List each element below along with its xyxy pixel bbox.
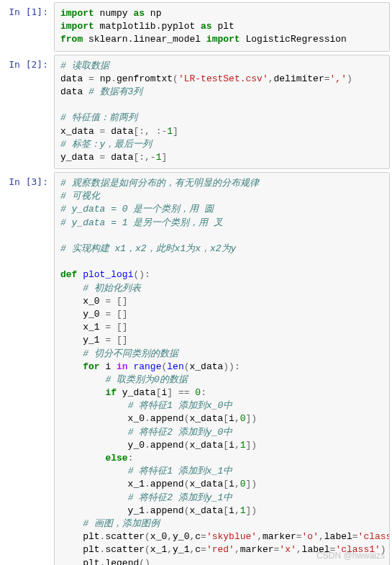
code-token: 1 xyxy=(167,126,173,137)
code-token: [] xyxy=(117,322,128,333)
input-prompt: In [3]: xyxy=(2,172,54,565)
code-token: x_1 xyxy=(150,544,167,555)
code-token: data xyxy=(60,86,88,97)
code-token: ]) xyxy=(246,505,257,516)
code-token: i xyxy=(229,440,234,451)
code-token: i xyxy=(100,361,117,372)
code-token xyxy=(60,348,83,359)
input-prompt: In [2]: xyxy=(2,55,54,170)
code-token: [ xyxy=(223,440,229,451)
code-token: x_0 xyxy=(150,531,167,542)
code-token xyxy=(60,518,83,529)
code-token: ( xyxy=(145,531,150,542)
notebook-container: In [1]:import numpy as np import matplot… xyxy=(2,2,390,565)
code-token: else xyxy=(105,453,127,464)
code-token: if xyxy=(105,387,117,398)
code-token: 'x' xyxy=(279,544,296,555)
code-token: , xyxy=(268,73,274,84)
code-token: )): xyxy=(223,361,240,372)
code-token: , xyxy=(234,544,240,555)
code-token xyxy=(173,387,178,398)
code-token: , xyxy=(296,544,302,555)
code-token: [ xyxy=(223,479,229,489)
code-token: = xyxy=(88,73,94,84)
code-token: ) xyxy=(347,73,352,84)
code-token: marker xyxy=(240,544,274,555)
code-token: plt xyxy=(60,558,100,566)
code-token: 'LR-testSet.csv' xyxy=(178,73,268,84)
code-token: data xyxy=(60,73,88,84)
code-token: # 特征值：前两列 xyxy=(60,112,137,123)
code-token: = xyxy=(201,531,206,542)
code-token: i xyxy=(229,413,234,424)
code-token: = xyxy=(352,531,358,542)
code-token: : xyxy=(201,387,206,398)
code-token: # 初始化列表 xyxy=(83,283,141,294)
code-token: ',' xyxy=(330,73,347,84)
code-token: , xyxy=(167,531,173,542)
input-prompt: In [1]: xyxy=(2,2,54,52)
code-token: x_1 xyxy=(60,479,145,489)
code-token: label xyxy=(324,531,352,542)
code-token: , xyxy=(234,413,240,424)
code-token: 'o' xyxy=(302,531,319,542)
code-token: x_0 xyxy=(60,413,145,424)
code-token: () xyxy=(139,558,150,566)
code-token: x_data xyxy=(189,505,223,516)
code-token: y_0 xyxy=(60,309,105,320)
code-token: LogisticRegression xyxy=(240,34,347,45)
code-token: # 数据有3列 xyxy=(88,86,142,97)
code-input[interactable]: # 观察数据是如何分布的，有无明显的分布规律 # 可视化 # y_data = … xyxy=(54,172,390,565)
code-token: 'red' xyxy=(206,544,234,555)
code-token xyxy=(111,322,117,333)
code-token: i xyxy=(229,479,234,489)
code-token: = xyxy=(296,531,302,542)
code-input[interactable]: # 读取数据 data = np.genfromtxt('LR-testSet.… xyxy=(54,55,390,170)
code-token: [:, xyxy=(133,126,150,137)
code-token: # 将特征2 添加到y_0中 xyxy=(128,427,233,438)
code-token: = xyxy=(324,73,330,84)
code-token: ] xyxy=(167,387,173,398)
code-token: y_0 xyxy=(173,531,189,542)
code-token: , xyxy=(234,505,240,516)
code-token: x_data xyxy=(189,440,223,451)
code-token: x_data xyxy=(189,479,223,489)
code-token: genfromtxt xyxy=(117,73,173,84)
code-token: 'skyblue' xyxy=(206,531,257,542)
code-token: y_data xyxy=(60,152,100,163)
code-token xyxy=(111,296,117,307)
code-token: [ xyxy=(223,413,229,424)
code-token: ( xyxy=(184,361,190,372)
code-token xyxy=(60,361,83,372)
code-token: - xyxy=(150,152,156,163)
code-token: 1 xyxy=(240,440,246,451)
code-token: y_1 xyxy=(173,544,189,555)
code-token xyxy=(111,309,117,320)
code-input[interactable]: import numpy as np import matplotlib.pyp… xyxy=(54,2,390,52)
code-token: [] xyxy=(117,335,128,345)
code-token: ]) xyxy=(246,413,257,424)
code-token: in xyxy=(117,361,128,372)
code-token: . xyxy=(145,479,150,489)
code-token: np xyxy=(94,73,111,84)
code-token: ]) xyxy=(246,479,257,489)
code-token: y_data xyxy=(117,387,156,398)
code-token: as xyxy=(133,8,145,19)
code-token: len xyxy=(167,361,183,372)
code-token xyxy=(60,492,128,503)
code-token: legend xyxy=(105,558,139,566)
code-token: # 切分不同类别的数据 xyxy=(83,348,178,359)
code-token: 1 xyxy=(240,505,246,516)
code-token: marker xyxy=(263,531,296,542)
code-token: [] xyxy=(117,309,128,320)
code-token: np xyxy=(145,8,161,19)
code-token: i xyxy=(229,505,234,516)
code-token: 0 xyxy=(195,387,201,398)
code-token: c xyxy=(195,544,201,555)
code-token xyxy=(150,126,156,137)
code-token: 'class0' xyxy=(358,531,390,542)
code-token: [ xyxy=(223,505,229,516)
code-token: x_data xyxy=(189,413,223,424)
code-token: . xyxy=(145,413,150,424)
code-token xyxy=(60,374,105,385)
